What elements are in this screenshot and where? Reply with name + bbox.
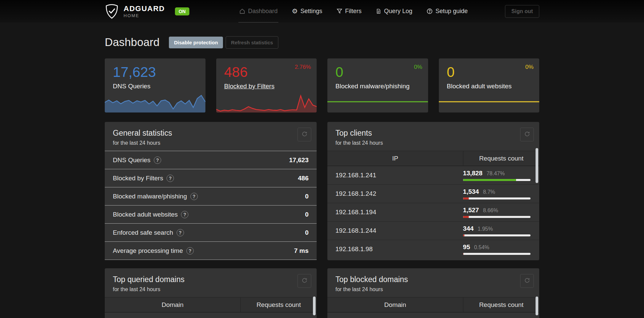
stat-row: Blocked by Filters? 486 — [105, 169, 317, 187]
card-subtitle: for the last 24 hours — [335, 140, 531, 146]
general-statistics-card: General statistics for the last 24 hours… — [105, 122, 317, 260]
brand[interactable]: ADGUARD HOME ON — [105, 4, 189, 19]
table-row: 192.168.1.194 1,5278.66% — [327, 203, 539, 221]
stat-row-label: Average processing time — [113, 247, 183, 255]
blocked-by-filters-card: 2.76% 486 Blocked by Filters — [216, 58, 317, 112]
refresh-icon — [302, 131, 308, 138]
refresh-card-button[interactable] — [297, 128, 311, 141]
blocked-adult-sparkline — [439, 93, 540, 112]
table-row: api.entur.io 5,45030.93% — [105, 312, 317, 318]
page-title: Dashboard — [105, 36, 159, 49]
refresh-icon — [524, 277, 530, 284]
stat-row-value: 0 — [305, 229, 309, 236]
stat-row: Average processing time? 7 ms — [105, 241, 317, 260]
request-percent: 8.66% — [483, 208, 498, 214]
help-icon[interactable]: ? — [177, 229, 184, 236]
blocked-adult-card: 0% 0 Blocked adult websites — [439, 58, 540, 112]
help-icon[interactable]: ? — [181, 211, 188, 218]
protection-status-badge: ON — [175, 7, 189, 15]
table-row: 192.168.1.244 3441.95% — [327, 221, 539, 240]
dns-queries-card: 17,623 DNS Queries — [105, 58, 205, 112]
stat-row-value: 486 — [298, 175, 309, 182]
client-ip: 192.168.1.194 — [327, 209, 463, 216]
sign-out-button[interactable]: Sign out — [505, 5, 539, 18]
funnel-icon — [336, 8, 342, 14]
home-icon — [239, 8, 245, 14]
request-count: 1,527 — [463, 207, 479, 214]
request-count: 1,534 — [463, 188, 479, 195]
stat-row-label: Blocked adult websites — [113, 211, 178, 218]
request-percent: 8.7% — [483, 189, 495, 195]
progress-bar — [463, 197, 531, 199]
stat-row: DNS Queries? 17,623 — [105, 151, 317, 169]
column-header-requests: Requests count — [463, 298, 539, 312]
app-header: ADGUARD HOME ON Dashboard ⚙ Settings Fil… — [0, 0, 644, 22]
card-subtitle: for the last 24 hours — [335, 286, 531, 292]
dns-queries-value: 17,623 — [113, 65, 205, 79]
stat-row-value: 7 ms — [294, 247, 309, 255]
progress-bar — [463, 216, 531, 218]
blocked-malware-percent: 0% — [414, 64, 422, 71]
question-circle-icon — [426, 8, 433, 14]
main-nav: Dashboard ⚙ Settings Filters Query Log — [232, 0, 475, 22]
column-header-domain: Domain — [105, 301, 240, 309]
blocked-adult-percent: 0% — [525, 64, 534, 71]
nav-label: Filters — [345, 8, 362, 15]
request-percent: 1.95% — [478, 226, 493, 232]
brand-subtitle: HOME — [124, 13, 165, 18]
nav-item-filters[interactable]: Filters — [336, 0, 362, 22]
help-icon[interactable]: ? — [186, 247, 194, 255]
stat-row-value: 17,623 — [289, 156, 309, 164]
card-subtitle: for the last 24 hours — [113, 286, 309, 292]
gear-icon: ⚙ — [292, 8, 298, 14]
refresh-card-button[interactable] — [297, 274, 311, 288]
refresh-card-button[interactable] — [520, 274, 534, 288]
refresh-statistics-button[interactable]: Refresh statistics — [226, 36, 278, 49]
scrollbar-thumb[interactable] — [313, 297, 316, 315]
table-row: 192.168.1.241 13,82878.47% — [327, 166, 539, 184]
request-count: 344 — [463, 225, 474, 232]
help-icon[interactable]: ? — [154, 156, 161, 164]
client-ip: 192.168.1.241 — [327, 172, 463, 179]
column-header-domain: Domain — [327, 301, 463, 309]
disable-protection-button[interactable]: Disable protection — [169, 37, 223, 48]
stat-row-value: 0 — [305, 193, 309, 200]
stat-row-label: Blocked malware/phishing — [113, 193, 187, 200]
adguard-shield-logo-icon — [105, 4, 119, 19]
table-header: Domain Requests count — [327, 297, 539, 312]
card-title: General statistics — [113, 129, 309, 138]
top-blocked-domains-card: Top blocked domains for the last 24 hour… — [327, 268, 539, 318]
progress-bar — [463, 179, 531, 181]
nav-item-query-log[interactable]: Query Log — [375, 0, 413, 22]
nav-item-dashboard[interactable]: Dashboard — [238, 0, 278, 22]
blocked-malware-sparkline — [327, 93, 428, 112]
help-icon[interactable]: ? — [190, 193, 198, 200]
scrollbar-thumb[interactable] — [536, 297, 538, 315]
request-percent: 78.47% — [487, 171, 505, 177]
dns-queries-label: DNS Queries — [113, 83, 205, 90]
dashboard-page: Dashboard Disable protection Refresh sta… — [105, 36, 539, 318]
column-header-ip: IP — [327, 155, 463, 162]
nav-label: Settings — [301, 8, 322, 15]
table-row: vortex.data.microsoft.com 9519.55% — [327, 312, 539, 318]
request-count: 13,828 — [463, 170, 482, 177]
blocked-filters-sparkline — [216, 93, 317, 112]
stat-cards-row: 17,623 DNS Queries 2.76% 486 Blocked by … — [105, 58, 539, 112]
blocked-adult-label: Blocked adult websites — [447, 83, 540, 90]
nav-label: Query Log — [384, 8, 412, 15]
table-header: Domain Requests count — [105, 297, 317, 312]
blocked-malware-card: 0% 0 Blocked malware/phishing — [327, 58, 428, 112]
table-header: IP Requests count — [327, 151, 539, 166]
stat-row-label: DNS Queries — [113, 156, 150, 164]
scrollbar-thumb[interactable] — [536, 148, 538, 183]
stat-row: Enforced safe search? 0 — [105, 223, 317, 241]
client-ip: 192.168.1.244 — [327, 227, 463, 234]
refresh-card-button[interactable] — [520, 128, 534, 141]
request-count: 95 — [463, 243, 470, 251]
blocked-by-filters-link[interactable]: Blocked by Filters — [224, 83, 275, 90]
nav-item-setup-guide[interactable]: Setup guide — [426, 0, 468, 22]
help-icon[interactable]: ? — [167, 175, 174, 182]
card-subtitle: for the last 24 hours — [113, 140, 309, 146]
document-icon — [376, 8, 381, 14]
nav-item-settings[interactable]: ⚙ Settings — [291, 0, 323, 22]
